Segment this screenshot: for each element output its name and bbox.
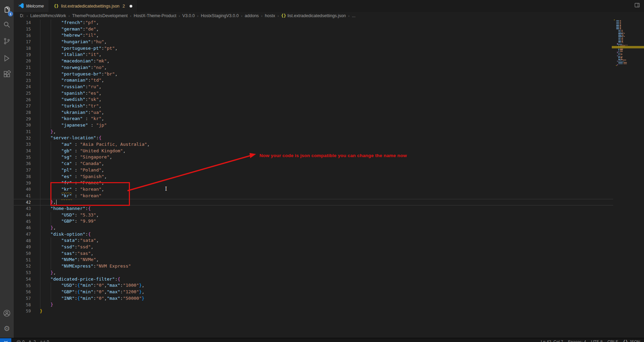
breadcrumb-item[interactable]: D: [20,13,24,18]
code-line[interactable]: 14 "french":"pf", [14,20,613,26]
minimap-line-mark [623,36,625,37]
code-line[interactable]: 44 "USD": "5.33", [14,212,613,219]
code-line[interactable]: 57 "INR":{"min":"0","max":"50000"} [14,295,613,302]
extensions-icon[interactable] [0,68,14,81]
code-line[interactable]: 51 "NVMe":"NVMe", [14,257,613,263]
code-line[interactable]: 23 "romanian":"td", [14,77,613,84]
code-line[interactable]: 49 "ssd":"ssd", [14,244,613,250]
eol-indicator[interactable]: CRLF [607,340,618,342]
run-debug-icon[interactable] [0,51,14,65]
code-line[interactable]: 21 "norwegian":"no", [14,64,613,71]
breadcrumb-item[interactable]: HostxStagingV3.0.0 [201,13,239,18]
code-line[interactable]: 46 }, [14,225,613,231]
breadcrumb-item[interactable]: ThemeProductsDevelopment [72,13,128,18]
code-line[interactable]: 48 "sata":"sata", [14,237,613,244]
code-line[interactable]: 15 "german":"de", [14,26,613,33]
code-line[interactable]: 56 "GBP":{"min":"0","max":"1200"}, [14,289,613,295]
indent-guide [40,84,40,90]
breadcrumb-item[interactable]: hostx [265,13,275,18]
code-line[interactable]: 28 "ukranian":"ua", [14,109,613,116]
code-line[interactable]: 58 } [14,302,613,308]
customize-layout-icon[interactable] [634,2,640,9]
search-icon[interactable] [0,18,14,32]
code-line[interactable]: 27 "turkish":"tr", [14,103,613,109]
broadcast-icon [40,340,45,342]
indent-guide [51,218,51,225]
encoding-indicator[interactable]: UTF-8 [591,340,603,342]
code-line[interactable]: 47 "disk-option":{ [14,231,613,238]
code-line[interactable]: 24 "russian":"ru", [14,84,613,90]
code-line[interactable]: 42 }, [14,199,613,205]
code-line[interactable]: 40 "kr" : "korean", [14,186,613,193]
line-number: 59 [14,309,40,314]
code-line[interactable]: 38 "es" : "Spanish", [14,174,613,180]
code-line[interactable]: 31 }, [14,129,613,135]
ports-indicator[interactable]: 0 [40,340,49,342]
code-line[interactable]: 52 "NVMExpress":"NVM Express" [14,263,613,270]
breadcrumb-item[interactable]: HostX-Theme-Product [134,13,176,18]
indent-guide [51,289,51,295]
code-line[interactable]: 16 "hebrew":"il", [14,32,613,39]
language-mode[interactable]: {} JSON [623,340,640,342]
minimap-line-mark [621,31,623,31]
code-line[interactable]: 50 "sas":"sas", [14,250,613,257]
code-line[interactable]: 26 "swedish":"sk", [14,96,613,103]
code-line[interactable]: 30 "japanese" : "jp" [14,122,613,129]
breadcrumb-item[interactable]: {}list.extradedicatedsettings.json [281,13,346,18]
code-text: "USD": "5.33", [40,212,99,219]
cursor-position[interactable]: Ln 42, Col 7 [541,340,563,342]
code-line[interactable]: 25 "spanish":"es", [14,90,613,97]
minimap-line-mark [620,49,623,50]
tab-json-file[interactable]: {} list.extradedicatedsettings.json 2 [49,0,137,12]
code-line[interactable]: 19 "italian":"it", [14,51,613,58]
code-line[interactable]: 17 "hungarian":"hu", [14,39,613,45]
code-line[interactable]: 54 "dedicated-price-filter":{ [14,276,613,283]
minimap[interactable] [613,17,644,154]
modified-dot-icon[interactable] [130,5,132,8]
code-line[interactable]: 22 "portuguese-br":"br", [14,71,613,78]
account-icon[interactable] [0,306,14,320]
code-line[interactable]: 34 "gb" : "United Kingdom", [14,148,613,154]
code-line[interactable]: 35 "sg" : "Singapore", [14,154,613,161]
indent-guide [40,257,40,263]
breadcrumb-separator-icon: › [278,14,279,18]
code-text: "hungarian":"hu", [40,39,107,45]
minimap-line-mark [620,45,628,46]
indent-guide [40,205,40,212]
code-text: "ukranian":"ua", [40,109,104,116]
code-line[interactable]: 39 "fr" : "France", [14,180,613,186]
settings-gear-icon[interactable]: ⚙ [0,322,14,335]
explorer-icon[interactable]: 1 [0,3,14,17]
breadcrumb-item[interactable]: ... [352,13,355,18]
breadcrumb-item[interactable]: V3.0.0 [182,13,195,18]
code-line[interactable]: 20 "macedonian":"mk", [14,58,613,64]
indent-guide [51,167,51,174]
tab-welcome[interactable]: Welcome [14,0,49,12]
code-line[interactable]: 37 "pl" : "Poland", [14,167,613,174]
code-line[interactable]: 53 }, [14,270,613,276]
remote-icon[interactable] [0,338,11,342]
code-line[interactable]: 32 "server-location":{ [14,135,613,141]
problems-indicator[interactable]: 0 2 [16,340,36,342]
code-line[interactable]: 41 "kr" : "korean" [14,193,613,199]
breadcrumb-item[interactable]: addons [245,13,259,18]
minimap-line-mark [620,29,621,30]
code-line[interactable]: 18 "portuguese-pt":"pt", [14,45,613,52]
breadcrumb-item[interactable]: LatestWhmcsWork [30,13,66,18]
source-control-icon[interactable] [0,34,14,48]
code-editor[interactable]: 14 "french":"pf",15 "german":"de",16 "he… [14,20,613,315]
line-number: 53 [14,270,40,275]
indent-guide [40,270,40,276]
code-line[interactable]: 43 "home-banner":{ [14,205,613,212]
code-line[interactable]: 59} [14,308,613,315]
minimap-line-mark [621,34,623,34]
code-text: "server-location":{ [40,135,101,141]
indent-guide [40,167,40,174]
code-line[interactable]: 36 "ca" : "Canada", [14,161,613,167]
code-line[interactable]: 55 "USD":{"min":"0","max":"1000"}, [14,282,613,289]
indentation-indicator[interactable]: Spaces: 4 [568,340,586,342]
code-line[interactable]: 33 "au" : "Asia Pacific, Australia", [14,141,613,148]
code-line[interactable]: 45 "GBP": "9.99" [14,218,613,225]
line-number: 38 [14,174,40,179]
code-line[interactable]: 29 "korean" : "kr", [14,116,613,122]
